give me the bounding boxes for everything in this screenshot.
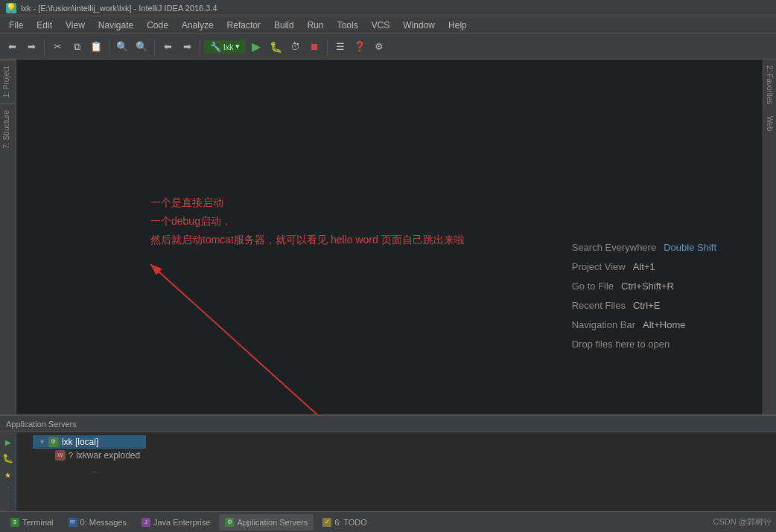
bottom-panel-title: Application Servers <box>6 420 77 429</box>
shortcut-goto-key: Ctrl+Shift+R <box>621 277 674 296</box>
toolbar-paste[interactable]: 📋 <box>87 38 105 56</box>
menu-window[interactable]: Window <box>397 19 441 32</box>
shortcuts-panel: Search Everywhere Double Shift Project V… <box>572 238 716 354</box>
toolbar-back[interactable]: ⬅ <box>3 38 21 56</box>
toolbar-run-coverage[interactable]: ⏱ <box>286 38 304 56</box>
shortcut-drop-label: Drop files here to open <box>572 335 670 354</box>
toolbar-find[interactable]: 🔍 <box>113 38 131 56</box>
tree-item-server[interactable]: ▼ ⚙ lxk [local] <box>33 435 146 449</box>
toolbar-sep4 <box>200 39 200 54</box>
menu-help[interactable]: Help <box>442 19 473 32</box>
title-bar: 💡 lxk - [E:\fusion\intellij_work\lxk] - … <box>0 0 776 16</box>
toolbar-nav-back[interactable]: ⬅ <box>159 38 176 56</box>
toolbar-sep2 <box>109 39 109 54</box>
bottom-panel: Application Servers ▶ 🐛 ★ ⋮ ⋮ ▼ ⚙ lxk [l… <box>0 414 776 511</box>
run-config-name: lxk <box>223 42 233 51</box>
menu-tools[interactable]: Tools <box>331 19 364 32</box>
shortcut-navbar-label: Navigation Bar <box>572 315 635 335</box>
bottom-panel-header: Application Servers <box>0 416 776 432</box>
toolbar-run[interactable]: ▶ <box>247 38 265 56</box>
toolbar-debug[interactable]: 🐛 <box>267 38 284 56</box>
toolbar-replace[interactable]: 🔍 <box>133 38 150 56</box>
toolbar-settings[interactable]: ⚙ <box>370 38 388 56</box>
shortcut-recent: Recent Files Ctrl+E <box>572 296 716 315</box>
shortcut-navbar-key: Alt+Home <box>643 315 685 335</box>
status-tab-messages-label: 0: Messages <box>80 518 127 527</box>
appserver-icon: ⚙ <box>225 518 234 527</box>
run-config-selector[interactable]: 🔧 lxk ▾ <box>204 40 246 54</box>
shortcut-search-label: Search Everywhere <box>572 238 656 257</box>
panel-collapse[interactable]: ⋮ <box>3 499 13 510</box>
editor-content: 一个是直接启动 一个debug启动， 然后就启动tomcat服务器，就可以看见 … <box>128 179 487 265</box>
menu-run[interactable]: Run <box>302 19 330 32</box>
status-tab-java-label: Java Enterprise <box>153 518 210 527</box>
war-icon: W <box>55 450 66 461</box>
shortcut-drop: Drop files here to open <box>572 335 716 354</box>
shortcut-navbar: Navigation Bar Alt+Home <box>572 315 716 335</box>
shortcut-project-label: Project View <box>572 257 626 277</box>
toolbar-sep3 <box>154 39 155 54</box>
panel-debug-btn[interactable]: 🐛 <box>1 452 15 465</box>
sidebar-tab-project[interactable]: 1: Project <box>0 60 16 103</box>
menu-file[interactable]: File <box>3 19 29 32</box>
panel-star-btn[interactable]: ★ <box>1 468 15 481</box>
status-tab-messages[interactable]: ✉ 0: Messages <box>63 514 133 531</box>
status-tab-todo[interactable]: ✓ 6: TODO <box>317 514 373 531</box>
shortcut-recent-label: Recent Files <box>572 296 626 315</box>
status-tab-todo-label: 6: TODO <box>334 518 367 527</box>
tree-item-war[interactable]: W ? lxkwar exploded <box>33 449 146 462</box>
terminal-icon: $ <box>10 518 19 527</box>
status-tab-appservers[interactable]: ⚙ Application Servers <box>219 514 314 531</box>
bottom-tree: ▼ ⚙ lxk [local] W ? lxkwar exploded ⋯ <box>33 432 146 513</box>
shortcut-search-key: Double Shift <box>664 238 716 257</box>
app-icon: 💡 <box>6 3 16 13</box>
menu-navigate[interactable]: Navigate <box>92 19 139 32</box>
toolbar-sep5 <box>327 39 328 54</box>
toolbar-forward[interactable]: ➡ <box>22 38 40 56</box>
left-sidebar: 1: Project 7: Structure <box>0 60 16 414</box>
status-tab-terminal[interactable]: $ Terminal <box>4 514 60 531</box>
shortcut-project-key: Alt+1 <box>633 257 655 277</box>
window-title: lxk - [E:\fusion\intellij_work\lxk] - In… <box>21 4 217 13</box>
cn-line-3: 然后就启动tomcat服务器，就可以看见 hello word 页面自己跳出来啦 <box>150 231 465 249</box>
shortcut-goto-label: Go to File <box>572 277 614 296</box>
toolbar: ⬅ ➡ ✂ ⧉ 📋 🔍 🔍 ⬅ ➡ 🔧 lxk ▾ ▶ 🐛 ⏱ ⏹ ☰ ❓ ⚙ <box>0 34 776 60</box>
menu-analyze[interactable]: Analyze <box>176 19 220 32</box>
shortcut-goto: Go to File Ctrl+Shift+R <box>572 277 716 296</box>
panel-expand[interactable]: ⋮ <box>3 484 13 496</box>
toolbar-nav-fwd[interactable]: ➡ <box>178 38 196 56</box>
menu-build[interactable]: Build <box>268 19 300 32</box>
right-sidebar: 2: Favorites Web <box>763 60 776 414</box>
cn-line-1: 一个是直接启动 <box>150 193 465 212</box>
editor-area: 一个是直接启动 一个debug启动， 然后就启动tomcat服务器，就可以看见 … <box>16 60 776 414</box>
right-tab-favorites[interactable]: 2: Favorites <box>764 60 775 110</box>
toolbar-sep1 <box>44 39 45 54</box>
run-config-arrow: ▾ <box>235 42 240 51</box>
toolbar-help[interactable]: ❓ <box>351 38 369 56</box>
shortcut-project: Project View Alt+1 <box>572 257 716 277</box>
menu-bar: File Edit View Navigate Code Analyze Ref… <box>0 16 776 34</box>
status-bar: $ Terminal ✉ 0: Messages J Java Enterpri… <box>0 511 776 532</box>
panel-run-btn[interactable]: ▶ <box>1 435 15 449</box>
tree-item-war-label: lxkwar exploded <box>76 450 140 461</box>
status-tab-appservers-label: Application Servers <box>237 518 308 527</box>
toolbar-stop[interactable]: ⏹ <box>305 38 323 56</box>
toolbar-sdk[interactable]: ☰ <box>331 38 349 56</box>
main-layout: 1: Project 7: Structure 一个是直接启动 一个debug启… <box>0 60 776 414</box>
menu-vcs[interactable]: VCS <box>366 19 396 32</box>
menu-code[interactable]: Code <box>141 19 174 32</box>
sidebar-tab-structure[interactable]: 7: Structure <box>0 103 16 155</box>
menu-refactor[interactable]: Refactor <box>221 19 267 32</box>
cn-line-2: 一个debug启动， <box>150 212 465 231</box>
status-tab-terminal-label: Terminal <box>22 518 54 527</box>
server-icon: ⚙ <box>48 437 59 447</box>
right-tab-web[interactable]: Web <box>764 110 775 137</box>
menu-view[interactable]: View <box>60 19 91 32</box>
shortcut-recent-key: Ctrl+E <box>633 296 660 315</box>
message-icon: ✉ <box>69 518 77 527</box>
menu-edit[interactable]: Edit <box>31 19 58 32</box>
toolbar-copy[interactable]: ⧉ <box>68 38 86 56</box>
svg-line-1 <box>150 264 344 414</box>
status-tab-java[interactable]: J Java Enterprise <box>136 514 216 531</box>
toolbar-cut[interactable]: ✂ <box>48 38 66 56</box>
